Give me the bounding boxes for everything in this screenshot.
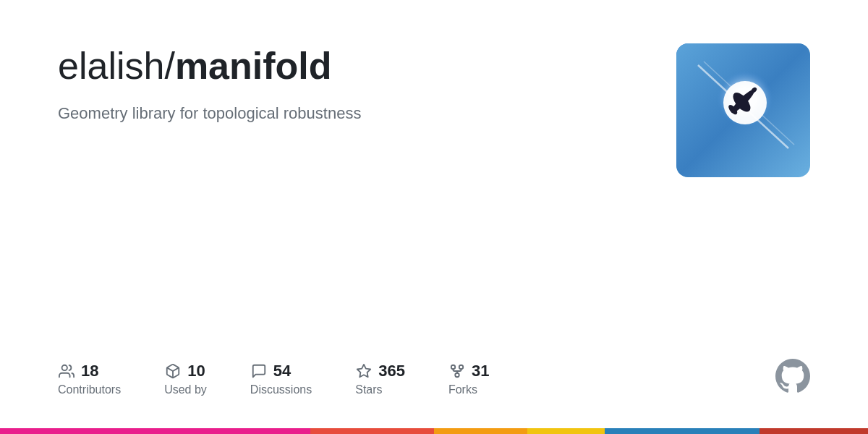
contributors-count: 18 xyxy=(81,362,98,380)
bar-darkred xyxy=(760,428,868,434)
repo-title: elalish/manifold xyxy=(58,43,647,88)
contributors-icon xyxy=(58,362,75,380)
stat-forks[interactable]: 31 Forks xyxy=(448,362,532,396)
stat-used-by[interactable]: 10 Used by xyxy=(164,362,250,396)
stars-icon xyxy=(355,362,373,380)
github-icon xyxy=(775,359,810,393)
github-icon-container[interactable] xyxy=(775,359,810,399)
bar-pink xyxy=(0,428,310,434)
stat-discussions[interactable]: 54 Discussions xyxy=(250,362,355,396)
discussions-label: Discussions xyxy=(250,383,312,396)
repo-description: Geometry library for topological robustn… xyxy=(58,103,647,125)
stats-section: 18 Contributors 10 Used by xyxy=(58,330,810,399)
forks-icon xyxy=(448,362,466,380)
bottom-bar xyxy=(0,428,868,434)
stars-count: 365 xyxy=(378,362,405,380)
repo-name: manifold xyxy=(175,45,332,87)
main-content: elalish/manifold Geometry library for to… xyxy=(0,0,868,428)
bar-yellow xyxy=(527,428,605,434)
discussions-count: 54 xyxy=(273,362,291,380)
stars-label: Stars xyxy=(355,383,382,396)
discussions-icon xyxy=(250,362,268,380)
header-section: elalish/manifold Geometry library for to… xyxy=(58,43,810,177)
stat-contributors[interactable]: 18 Contributors xyxy=(58,362,164,396)
bar-orange xyxy=(434,428,527,434)
used-by-count: 10 xyxy=(187,362,205,380)
svg-point-9 xyxy=(62,365,67,370)
bar-blue xyxy=(605,428,760,434)
bar-red xyxy=(310,428,434,434)
svg-marker-11 xyxy=(357,365,370,377)
used-by-label: Used by xyxy=(164,383,207,396)
package-icon xyxy=(164,362,182,380)
title-area: elalish/manifold Geometry library for to… xyxy=(58,43,647,125)
contributors-label: Contributors xyxy=(58,383,121,396)
forks-label: Forks xyxy=(448,383,477,396)
repo-owner: elalish/ xyxy=(58,45,175,87)
repo-image xyxy=(676,43,810,177)
stat-stars[interactable]: 365 Stars xyxy=(355,362,448,396)
forks-count: 31 xyxy=(472,362,489,380)
